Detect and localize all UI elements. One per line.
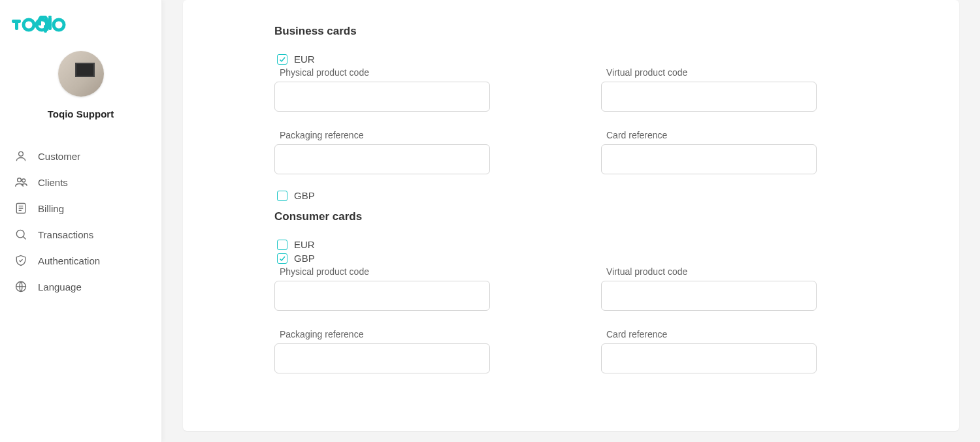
sidebar: Toqio Support Customer Clients Billing [0, 0, 162, 442]
sidebar-item-transactions[interactable]: Transactions [0, 221, 161, 247]
input-business-packaging-reference[interactable] [274, 144, 490, 174]
svg-point-9 [19, 151, 24, 156]
input-consumer-virtual-product-code[interactable] [601, 281, 817, 311]
users-icon [14, 176, 27, 189]
billing-icon [14, 202, 27, 215]
svg-line-14 [23, 236, 25, 239]
field-label: Virtual product code [606, 266, 817, 277]
sidebar-item-language[interactable]: Language [0, 274, 161, 300]
checkbox-business-eur[interactable] [277, 54, 287, 65]
field-business-virtual-product-code: Virtual product code [601, 67, 817, 112]
svg-point-10 [18, 178, 22, 182]
input-consumer-packaging-reference[interactable] [274, 343, 490, 373]
input-consumer-card-reference[interactable] [601, 343, 817, 373]
field-business-card-reference: Card reference [601, 130, 817, 174]
svg-rect-4 [48, 17, 52, 30]
consumer-currency-eur-row: EUR [274, 239, 868, 250]
field-label: Card reference [606, 130, 817, 140]
checkbox-label: GBP [294, 190, 315, 201]
profile-block: Toqio Support [0, 37, 161, 131]
svg-point-11 [22, 179, 25, 182]
field-business-physical-product-code: Physical product code [274, 67, 490, 112]
sidebar-item-label: Clients [38, 177, 68, 188]
field-consumer-packaging-reference: Packaging reference [274, 329, 490, 373]
input-consumer-physical-product-code[interactable] [274, 281, 490, 311]
svg-rect-6 [48, 16, 52, 18]
field-label: Virtual product code [606, 67, 817, 78]
business-currency-gbp-row: GBP [274, 190, 868, 201]
field-label: Packaging reference [280, 130, 490, 140]
shield-icon [14, 254, 27, 267]
sidebar-item-billing[interactable]: Billing [0, 195, 161, 221]
business-eur-field-grid: Physical product code Virtual product co… [274, 67, 868, 174]
checkbox-label: EUR [294, 239, 315, 250]
field-consumer-card-reference: Card reference [601, 329, 817, 373]
business-currency-eur-row: EUR [274, 54, 868, 65]
search-icon [14, 228, 27, 241]
sidebar-item-label: Billing [38, 203, 64, 214]
field-consumer-virtual-product-code: Virtual product code [601, 266, 817, 311]
sidebar-nav: Customer Clients Billing Transactions Au [0, 131, 161, 311]
field-label: Packaging reference [280, 329, 490, 339]
field-label: Physical product code [280, 67, 490, 78]
checkbox-consumer-eur[interactable] [277, 240, 287, 250]
user-icon [14, 150, 27, 163]
sidebar-item-clients[interactable]: Clients [0, 169, 161, 195]
svg-point-13 [16, 230, 24, 238]
globe-icon [14, 280, 27, 293]
checkbox-label: GBP [294, 253, 315, 264]
brand-logo [0, 0, 161, 37]
section-title-business: Business cards [274, 25, 868, 38]
checkbox-business-gbp[interactable] [277, 191, 287, 201]
avatar [58, 51, 104, 97]
svg-point-3 [54, 20, 64, 30]
sidebar-item-customer[interactable]: Customer [0, 143, 161, 169]
field-label: Physical product code [280, 266, 490, 277]
svg-point-2 [24, 20, 34, 30]
svg-rect-1 [15, 20, 18, 30]
sidebar-item-label: Customer [38, 151, 80, 162]
consumer-gbp-field-grid: Physical product code Virtual product co… [274, 266, 868, 373]
section-title-consumer: Consumer cards [274, 210, 868, 223]
sidebar-item-label: Authentication [38, 255, 100, 266]
field-consumer-physical-product-code: Physical product code [274, 266, 490, 311]
checkbox-label: EUR [294, 54, 315, 65]
input-business-physical-product-code[interactable] [274, 82, 490, 112]
sidebar-item-label: Language [38, 281, 82, 292]
input-business-card-reference[interactable] [601, 144, 817, 174]
field-business-packaging-reference: Packaging reference [274, 130, 490, 174]
sidebar-item-label: Transactions [38, 229, 93, 240]
svg-rect-8 [44, 25, 47, 33]
consumer-currency-gbp-row: GBP [274, 253, 868, 264]
input-business-virtual-product-code[interactable] [601, 82, 817, 112]
field-label: Card reference [606, 329, 817, 339]
form-card: Business cards EUR Physical product code… [183, 0, 959, 431]
profile-name: Toqio Support [48, 108, 114, 119]
main-area: Business cards EUR Physical product code… [162, 0, 980, 442]
checkbox-consumer-gbp[interactable] [277, 253, 287, 264]
sidebar-item-authentication[interactable]: Authentication [0, 247, 161, 274]
